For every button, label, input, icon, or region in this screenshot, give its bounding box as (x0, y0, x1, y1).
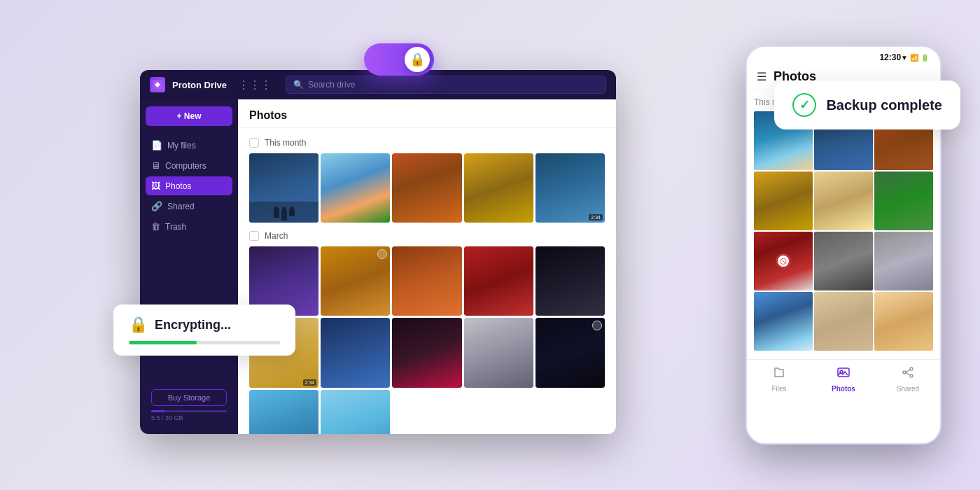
mobile-photo-cell[interactable] (874, 292, 933, 351)
encrypting-text: Encrypting... (155, 318, 231, 332)
battery-icon: 🔋 (920, 54, 929, 62)
storage-bar-background (151, 410, 227, 412)
svg-line-7 (906, 372, 910, 375)
sidebar-label-trash: Trash (165, 222, 186, 232)
search-placeholder: Search drive (308, 80, 355, 90)
photos-nav-icon (836, 365, 850, 383)
buy-storage-button[interactable]: Buy Storage (151, 389, 227, 406)
photos-icon: 🖼 (151, 181, 160, 191)
photo-cell[interactable] (536, 246, 605, 316)
storage-bar-fill (151, 410, 164, 412)
computers-icon: 🖥 (151, 160, 160, 171)
shared-icon: 🔗 (151, 201, 162, 211)
signal-icon: ▼ (901, 54, 908, 62)
photo-cell[interactable] (392, 153, 461, 223)
encrypting-progress-fill (129, 341, 197, 344)
app-title: Proton Drive (172, 80, 227, 90)
backup-complete-toast: ✓ Backup complete (774, 80, 960, 130)
section-march-header: March (249, 231, 605, 241)
mobile-bottom-nav: Files Photos Shared (747, 359, 940, 401)
storage-text: 5.5 / 30 GB (151, 414, 227, 421)
sidebar: + New 📄 My files 🖥 Computers 🖼 Photos 🔗 … (140, 99, 238, 434)
svg-line-6 (906, 370, 910, 372)
photo-grid-this-month: 2:34 (249, 153, 605, 223)
photo-cell[interactable] (321, 318, 390, 387)
toggle-knob: 🔒 (405, 47, 430, 72)
photo-cell[interactable] (536, 318, 605, 387)
encrypting-toast: 🔒 Encrypting... (113, 304, 295, 356)
backup-complete-text: Backup complete (826, 97, 942, 113)
photo-cell[interactable]: 2:34 (536, 153, 605, 223)
backup-check-icon: ✓ (792, 93, 816, 117)
photo-grid-march: 2:34 (249, 246, 605, 434)
mobile-photo-grid-row4 (754, 292, 933, 351)
mobile-photo-grid-row2 (754, 172, 933, 230)
sidebar-item-trash[interactable]: 🗑 Trash (146, 217, 232, 236)
mobile-photo-cell[interactable] (874, 232, 933, 290)
photo-cell[interactable] (464, 153, 533, 223)
grid-dots-icon[interactable]: ⋮⋮⋮ (238, 78, 272, 92)
storage-area: Buy Storage 5.5 / 30 GB (146, 384, 232, 427)
sidebar-label-photos: Photos (165, 181, 191, 191)
mobile-nav-files-label: Files (771, 385, 786, 393)
encrypting-progress-bar (129, 341, 280, 344)
photo-cell[interactable] (392, 318, 461, 387)
files-icon: 📄 (151, 140, 162, 150)
photos-scroll[interactable]: This month (238, 128, 616, 434)
mobile-nav-shared-label: Shared (897, 385, 919, 393)
photo-cell[interactable] (464, 318, 533, 387)
section-checkbox-march[interactable] (249, 231, 259, 241)
hamburger-menu-icon[interactable]: ☰ (757, 70, 766, 83)
section-checkbox-this-month[interactable] (249, 138, 259, 148)
sidebar-label-my-files: My files (167, 141, 196, 150)
app-logo (150, 77, 165, 92)
files-nav-icon (772, 365, 786, 383)
mobile-photo-cell[interactable] (754, 172, 813, 230)
section-label-march: March (265, 231, 288, 241)
svg-point-3 (910, 368, 913, 370)
toggle-pill[interactable]: 🔒 (364, 43, 434, 76)
mobile-status-bar: 12:30 ▼ 📶 🔋 (747, 47, 940, 65)
app-body: + New 📄 My files 🖥 Computers 🖼 Photos 🔗 … (140, 99, 616, 434)
sidebar-item-photos[interactable]: 🖼 Photos (146, 176, 232, 195)
mobile-photo-cell[interactable] (814, 232, 873, 290)
sidebar-item-shared[interactable]: 🔗 Shared (146, 197, 232, 216)
photos-header: Photos (238, 99, 616, 128)
photo-cell[interactable] (249, 390, 318, 434)
lock-green-icon: 🔒 (129, 316, 148, 334)
photo-cell[interactable] (321, 153, 390, 223)
sidebar-label-computers: Computers (165, 161, 206, 171)
mobile-nav-files[interactable]: Files (747, 365, 811, 393)
photo-cell[interactable] (321, 246, 390, 316)
mobile-photo-cell[interactable] (814, 172, 873, 230)
checkmark-icon: ✓ (799, 97, 810, 113)
photo-cell[interactable] (464, 246, 533, 316)
mobile-photo-cell[interactable] (754, 292, 813, 351)
mobile-nav-photos-label: Photos (832, 385, 855, 393)
mobile-photo-cell[interactable] (814, 292, 873, 351)
photo-cell[interactable] (392, 246, 461, 316)
mobile-status-icons: ▼ 📶 🔋 (901, 54, 929, 62)
mobile-nav-shared[interactable]: Shared (876, 365, 940, 393)
new-button[interactable]: + New (146, 106, 232, 126)
mobile-photo-cell[interactable]: 🚫 (754, 232, 813, 290)
photo-cell[interactable] (321, 390, 390, 434)
mobile-time: 12:30 (879, 52, 901, 62)
shared-nav-icon (901, 365, 915, 383)
photo-cell[interactable] (249, 153, 318, 223)
encrypting-top: 🔒 Encrypting... (129, 316, 280, 334)
search-icon: 🔍 (293, 80, 304, 90)
video-duration-badge: 2:34 (303, 379, 317, 386)
search-bar[interactable]: 🔍 Search drive (286, 76, 606, 94)
desktop-app: Proton Drive ⋮⋮⋮ 🔍 Search drive + New 📄 … (140, 70, 616, 434)
main-content: Photos This month (238, 99, 616, 434)
trash-icon: 🗑 (151, 221, 160, 232)
section-label-this-month: This month (265, 138, 306, 148)
lock-icon: 🔒 (410, 52, 425, 67)
section-this-month-header: This month (249, 138, 605, 148)
mobile-nav-photos[interactable]: Photos (811, 365, 876, 393)
mobile-photos-area[interactable]: This month (747, 90, 940, 359)
sidebar-item-computers[interactable]: 🖥 Computers (146, 156, 232, 175)
sidebar-item-my-files[interactable]: 📄 My files (146, 136, 232, 155)
mobile-photo-cell[interactable] (874, 172, 933, 230)
